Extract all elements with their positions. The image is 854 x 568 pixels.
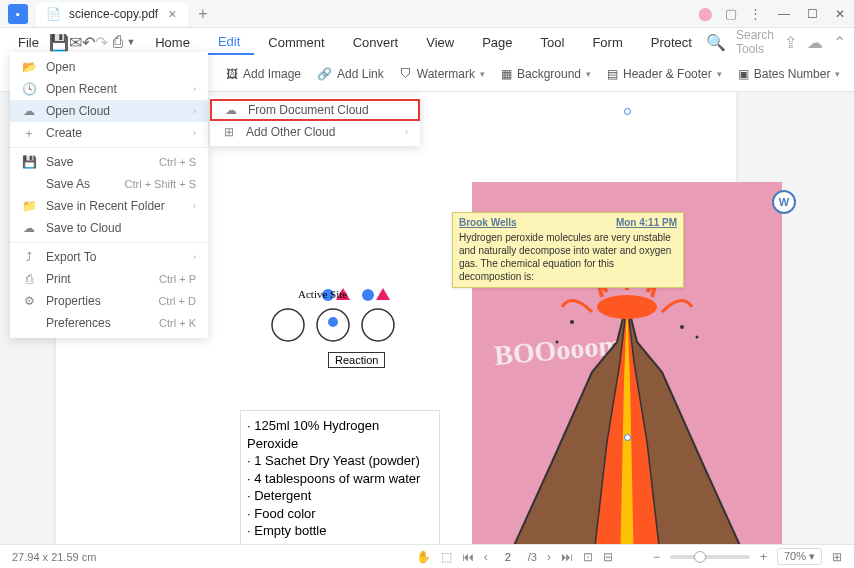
svg-point-4: [696, 336, 699, 339]
tab-home[interactable]: Home: [141, 31, 204, 54]
chevron-right-icon: ›: [193, 128, 196, 138]
watermark-icon: ⛉: [400, 67, 412, 81]
save-icon[interactable]: 💾: [49, 30, 69, 54]
menu-properties[interactable]: ⚙PropertiesCtrl + D: [10, 290, 208, 312]
menu-export[interactable]: ⤴Export To›: [10, 246, 208, 268]
hand-tool-icon[interactable]: ✋: [416, 550, 431, 564]
chevron-right-icon: ›: [405, 127, 408, 137]
tab-convert[interactable]: Convert: [339, 31, 413, 54]
zoom-in-icon[interactable]: +: [760, 550, 767, 564]
clock-icon: 🕓: [22, 82, 36, 96]
materials-list: · 125ml 10% Hydrogen Peroxide · 1 Sachet…: [240, 410, 440, 544]
comment-popup[interactable]: Brook Wells Mon 4:11 PM Hydrogen peroxid…: [452, 212, 684, 288]
svg-point-1: [570, 320, 574, 324]
cloud-doc-icon: ☁: [224, 103, 238, 117]
chevron-right-icon: ›: [193, 106, 196, 116]
chevron-down-icon: ▾: [835, 69, 840, 79]
print-icon[interactable]: ⎙: [112, 30, 124, 54]
undo-icon[interactable]: ↶: [82, 30, 95, 54]
share-icon[interactable]: ⇪: [784, 33, 797, 52]
plus-icon: ＋: [22, 125, 36, 142]
tab-view[interactable]: View: [412, 31, 468, 54]
word-export-icon[interactable]: W: [772, 190, 796, 214]
svg-point-0: [597, 295, 657, 319]
menu-print[interactable]: ⎙PrintCtrl + P: [10, 268, 208, 290]
close-button[interactable]: ✕: [826, 0, 854, 28]
tab-tool[interactable]: Tool: [527, 31, 579, 54]
tab-comment[interactable]: Comment: [254, 31, 338, 54]
comment-time: Mon 4:11 PM: [616, 217, 677, 228]
background-button[interactable]: ▦Background▾: [501, 67, 591, 81]
zoom-thumb[interactable]: [694, 551, 706, 563]
background-icon: ▦: [501, 67, 512, 81]
menu-save-recent[interactable]: 📁Save in Recent Folder›: [10, 195, 208, 217]
header-footer-button[interactable]: ▤Header & Footer▾: [607, 67, 722, 81]
next-page-icon[interactable]: ›: [547, 550, 551, 564]
tab-page[interactable]: Page: [468, 31, 526, 54]
notification-icon[interactable]: ▢: [725, 6, 737, 21]
zoom-slider[interactable]: [670, 555, 750, 559]
add-image-button[interactable]: 🖼Add Image: [226, 67, 301, 81]
menu-open[interactable]: 📂Open: [10, 56, 208, 78]
menu-open-cloud[interactable]: ☁Open Cloud›: [10, 100, 208, 122]
tab-edit[interactable]: Edit: [204, 30, 254, 55]
link-icon: 🔗: [317, 67, 332, 81]
tab-protect[interactable]: Protect: [637, 31, 706, 54]
redo-icon[interactable]: ↷: [95, 30, 108, 54]
fit-width-icon[interactable]: ⊟: [603, 550, 613, 564]
cloud-up-icon: ☁: [22, 221, 36, 235]
cloud-icon: ☁: [22, 104, 36, 118]
dropdown-icon[interactable]: ▼: [125, 30, 137, 54]
view-mode-icon[interactable]: ⊞: [832, 550, 842, 564]
gear-icon: ⚙: [22, 294, 36, 308]
list-item: · 125ml 10% Hydrogen Peroxide: [247, 417, 433, 452]
zoom-percent[interactable]: 70% ▾: [777, 548, 822, 565]
bates-icon: ▣: [738, 67, 749, 81]
tab-add-icon[interactable]: +: [198, 5, 207, 23]
selection-handle[interactable]: [624, 434, 631, 441]
cloud-icon[interactable]: ☁: [807, 33, 823, 52]
volcano-svg: [472, 282, 782, 544]
add-link-button[interactable]: 🔗Add Link: [317, 67, 384, 81]
list-item: · 4 tablespoons of warm water: [247, 470, 433, 488]
file-menu-button[interactable]: File: [8, 31, 49, 54]
active-site-label: Active Site: [298, 288, 347, 300]
watermark-button[interactable]: ⛉Watermark▾: [400, 67, 485, 81]
fit-page-icon[interactable]: ⊡: [583, 550, 593, 564]
page-dimensions: 27.94 x 21.59 cm: [12, 551, 96, 563]
menu-open-recent[interactable]: 🕓Open Recent›: [10, 78, 208, 100]
gift-icon[interactable]: ⬤: [698, 6, 713, 21]
first-page-icon[interactable]: ⏮: [462, 550, 474, 564]
submenu-from-document-cloud[interactable]: ☁From Document Cloud: [210, 99, 420, 121]
tab-form[interactable]: Form: [578, 31, 636, 54]
page-input[interactable]: [498, 551, 518, 563]
chevron-down-icon: ▾: [717, 69, 722, 79]
menu-save[interactable]: 💾SaveCtrl + S: [10, 151, 208, 173]
export-icon: ⤴: [22, 250, 36, 264]
svg-point-6: [272, 309, 304, 341]
folder-icon: 📁: [22, 199, 36, 213]
menu-save-as[interactable]: Save AsCtrl + Shift + S: [10, 173, 208, 195]
menu-save-cloud[interactable]: ☁Save to Cloud: [10, 217, 208, 239]
selection-handle[interactable]: [624, 108, 631, 115]
document-tab[interactable]: 📄 science-copy.pdf ×: [36, 2, 188, 26]
collapse-icon[interactable]: ⌃: [833, 33, 846, 52]
maximize-button[interactable]: ☐: [798, 0, 826, 28]
title-bar: ▪ 📄 science-copy.pdf × + ⬤ ▢ ⋮ — ☐ ✕: [0, 0, 854, 28]
select-tool-icon[interactable]: ⬚: [441, 550, 452, 564]
mail-icon[interactable]: ✉: [69, 30, 82, 54]
chevron-down-icon: ▾: [480, 69, 485, 79]
search-tools-label[interactable]: Search Tools: [736, 28, 774, 56]
tab-close-icon[interactable]: ×: [166, 6, 178, 22]
submenu-add-other-cloud[interactable]: ⊞Add Other Cloud›: [210, 121, 420, 143]
zoom-out-icon[interactable]: −: [653, 550, 660, 564]
last-page-icon[interactable]: ⏭: [561, 550, 573, 564]
minimize-button[interactable]: —: [770, 0, 798, 28]
save-icon: 💾: [22, 155, 36, 169]
kebab-icon[interactable]: ⋮: [749, 6, 762, 21]
menu-preferences[interactable]: PreferencesCtrl + K: [10, 312, 208, 334]
prev-page-icon[interactable]: ‹: [484, 550, 488, 564]
search-icon[interactable]: 🔍: [706, 33, 726, 52]
bates-number-button[interactable]: ▣Bates Number▾: [738, 67, 841, 81]
menu-create[interactable]: ＋Create›: [10, 122, 208, 144]
